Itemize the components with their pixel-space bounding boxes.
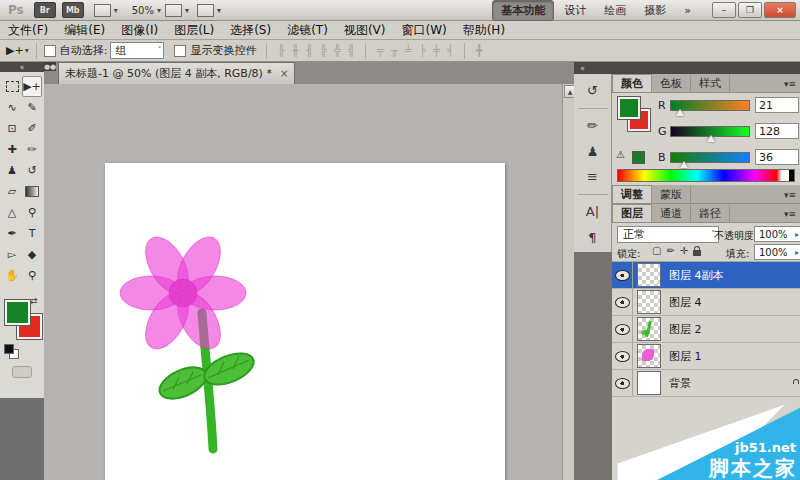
visibility-eye-icon[interactable] [615,270,630,281]
foreground-color-swatch[interactable] [618,97,640,119]
menu-view[interactable]: 视图(V) [344,22,386,39]
tab-overflow-icon[interactable]: ●● [44,62,56,71]
foreground-color-swatch[interactable] [5,300,30,325]
tab-adjustments[interactable]: 调整 [612,185,652,203]
fill-input[interactable]: 100% ▸ [754,244,800,260]
layer-name[interactable]: 图层 1 [669,349,702,364]
layer-row-layer4-copy[interactable]: 图层 4副本 [612,262,800,289]
quick-mask-button[interactable] [12,366,32,378]
workspace-essentials-button[interactable]: 基本功能 [492,0,554,21]
blur-tool[interactable]: △ [2,202,22,223]
layer-row-layer2[interactable]: 图层 2 [612,316,800,343]
minimize-button[interactable]: – [712,2,736,18]
green-slider[interactable] [670,126,750,137]
type-tool[interactable]: T [22,223,42,244]
align-bottom-icon[interactable]: ╢ [302,44,316,57]
menu-help[interactable]: 帮助(H) [463,22,505,39]
toolbar-collapse-header[interactable]: « [0,62,44,72]
panel-menu-icon[interactable]: ▾≡ [784,190,796,200]
visibility-eye-icon[interactable] [615,324,630,335]
show-transform-checkbox[interactable] [174,45,186,57]
eyedropper-tool[interactable]: ✐ [22,118,42,139]
history-panel-icon[interactable]: ↺ [580,80,606,102]
visibility-eye-icon[interactable] [615,378,630,389]
align-hcenter-icon[interactable]: ╬ [330,44,344,57]
clone-source-panel-icon[interactable]: ♟ [580,140,606,162]
menu-select[interactable]: 选择(S) [230,22,271,39]
visibility-eye-icon[interactable] [615,351,630,362]
color-spectrum-bar[interactable] [617,169,795,182]
green-slider-thumb[interactable] [707,135,715,142]
red-slider[interactable] [670,100,750,111]
layer-row-layer4[interactable]: 图层 4 [612,289,800,316]
lock-paint-icon[interactable]: ✏ [666,245,674,256]
menu-edit[interactable]: 编辑(E) [64,22,105,39]
lock-move-icon[interactable]: ✛ [680,245,688,256]
eraser-tool[interactable]: ▱ [2,181,22,202]
web-color-swatch[interactable] [632,151,645,164]
distribute-top-icon[interactable]: ╤ [373,44,387,57]
view-extras-button[interactable]: ▾ [94,3,118,17]
distribute-vcenter-icon[interactable]: ╥ [387,44,401,57]
zoom-tool[interactable]: ⚲ [22,265,42,286]
panel-menu-icon[interactable]: ▾≡ [784,79,796,89]
lock-all-icon[interactable] [693,250,701,256]
green-value-input[interactable]: 128 [755,123,799,139]
paragraph-panel-icon[interactable]: ¶ [580,226,606,248]
pen-tool[interactable]: ✒ [2,223,22,244]
opacity-input[interactable]: 100% ▸ [754,226,800,242]
tab-color[interactable]: 颜色 [612,74,652,92]
tab-paths[interactable]: 路径 [691,205,730,222]
brush-tool[interactable]: ✏ [22,139,42,160]
menu-image[interactable]: 图像(I) [121,22,158,39]
layer-row-background[interactable]: 背景 [612,370,800,397]
close-button[interactable]: × [764,2,796,18]
workspace-overflow-button[interactable]: » [676,2,699,19]
layer-thumbnail[interactable] [637,344,661,368]
distribute-hcenter-icon[interactable]: ╪ [429,44,443,57]
align-right-icon[interactable]: ╣ [344,44,358,57]
layer-thumbnail[interactable] [637,371,661,395]
layer-name[interactable]: 图层 2 [669,322,702,337]
visibility-eye-icon[interactable] [615,297,630,308]
crop-tool[interactable]: ⊡ [2,118,22,139]
align-top-icon[interactable]: ╟ [274,44,288,57]
quick-selection-tool[interactable]: ✎ [22,97,42,118]
layer-comps-panel-icon[interactable]: ≡ [580,166,606,188]
distribute-bottom-icon[interactable]: ╧ [401,44,415,57]
layer-name[interactable]: 背景 [669,376,691,391]
swap-colors-icon[interactable]: ⇄ [30,296,38,306]
workspace-photo-button[interactable]: 摄影 [636,1,674,20]
lasso-tool[interactable]: ∿ [2,97,22,118]
zoom-level-dropdown[interactable]: 50% [132,5,154,16]
launch-mini-bridge-button[interactable]: Mb [62,2,84,18]
healing-brush-tool[interactable]: ✚ [2,139,22,160]
blend-mode-dropdown[interactable]: 正常 ˅ [617,226,719,243]
clone-stamp-tool[interactable]: ♟ [2,160,22,181]
move-tool[interactable]: ▶+ [22,76,42,97]
history-brush-tool[interactable]: ↺ [22,160,42,181]
menu-window[interactable]: 窗口(W) [401,22,446,39]
auto-align-layers-icon[interactable]: ╋ [472,44,486,57]
panel-dock-header[interactable]: « [574,62,800,74]
workspace-design-button[interactable]: 设计 [556,1,594,20]
tab-channels[interactable]: 通道 [652,205,691,222]
close-document-icon[interactable]: × [280,68,288,79]
lock-transparent-icon[interactable]: ▢ [652,245,661,256]
dodge-tool[interactable]: ⚲ [22,202,42,223]
blue-slider[interactable] [670,152,750,163]
workspace-paint-button[interactable]: 绘画 [596,1,634,20]
menu-layer[interactable]: 图层(L) [174,22,214,39]
red-value-input[interactable]: 21 [755,97,799,113]
restore-button[interactable]: ❐ [738,2,762,18]
character-panel-icon[interactable]: A| [580,201,606,223]
blue-value-input[interactable]: 36 [755,149,799,165]
auto-select-checkbox[interactable] [44,45,56,57]
align-vcenter-icon[interactable]: ╫ [288,44,302,57]
document-tab[interactable]: 未标题-1 @ 50% (图层 4 副本, RGB/8) * × [58,62,295,84]
layer-name[interactable]: 图层 4副本 [669,268,724,283]
tab-layers[interactable]: 图层 [612,204,652,222]
brush-panel-icon[interactable]: ✏ [580,115,606,137]
default-colors-icon[interactable] [4,344,14,354]
gradient-tool[interactable] [22,181,42,202]
